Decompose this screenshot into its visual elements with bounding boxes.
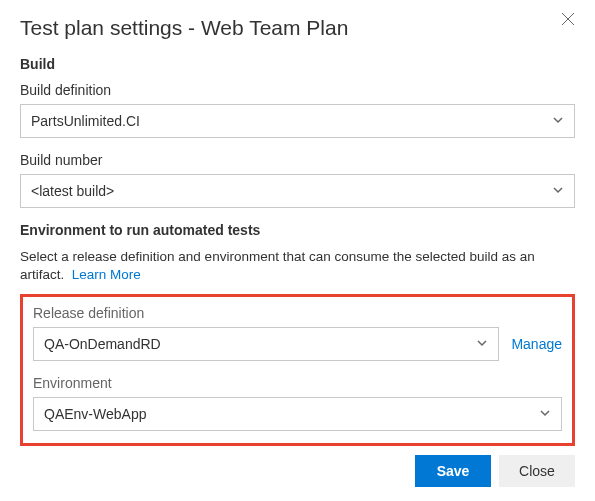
build-definition-label: Build definition bbox=[20, 82, 575, 98]
dialog-title: Test plan settings - Web Team Plan bbox=[20, 16, 575, 40]
chevron-down-icon bbox=[539, 406, 551, 422]
env-heading: Environment to run automated tests bbox=[20, 222, 575, 238]
release-definition-label: Release definition bbox=[33, 305, 562, 321]
chevron-down-icon bbox=[552, 113, 564, 129]
test-plan-settings-dialog: Test plan settings - Web Team Plan Build… bbox=[0, 0, 595, 501]
env-helper: Select a release definition and environm… bbox=[20, 248, 575, 284]
environment-label: Environment bbox=[33, 375, 562, 391]
close-icon[interactable] bbox=[561, 12, 579, 30]
build-definition-dropdown[interactable]: PartsUnlimited.CI bbox=[20, 104, 575, 138]
build-definition-value: PartsUnlimited.CI bbox=[31, 113, 140, 129]
highlighted-region: Release definition QA-OnDemandRD Manage … bbox=[20, 294, 575, 446]
manage-link[interactable]: Manage bbox=[511, 336, 562, 352]
learn-more-link[interactable]: Learn More bbox=[72, 267, 141, 282]
release-definition-field: Release definition QA-OnDemandRD Manage bbox=[33, 305, 562, 361]
build-number-value: <latest build> bbox=[31, 183, 114, 199]
close-button[interactable]: Close bbox=[499, 455, 575, 487]
save-button[interactable]: Save bbox=[415, 455, 491, 487]
release-definition-dropdown[interactable]: QA-OnDemandRD bbox=[33, 327, 499, 361]
chevron-down-icon bbox=[552, 183, 564, 199]
build-number-field: Build number <latest build> bbox=[20, 152, 575, 208]
build-definition-field: Build definition PartsUnlimited.CI bbox=[20, 82, 575, 138]
build-number-label: Build number bbox=[20, 152, 575, 168]
environment-dropdown[interactable]: QAEnv-WebApp bbox=[33, 397, 562, 431]
build-number-dropdown[interactable]: <latest build> bbox=[20, 174, 575, 208]
build-heading: Build bbox=[20, 56, 575, 72]
release-definition-value: QA-OnDemandRD bbox=[44, 336, 161, 352]
environment-value: QAEnv-WebApp bbox=[44, 406, 146, 422]
dialog-buttons: Save Close bbox=[415, 455, 575, 487]
environment-field: Environment QAEnv-WebApp bbox=[33, 375, 562, 431]
chevron-down-icon bbox=[476, 336, 488, 352]
